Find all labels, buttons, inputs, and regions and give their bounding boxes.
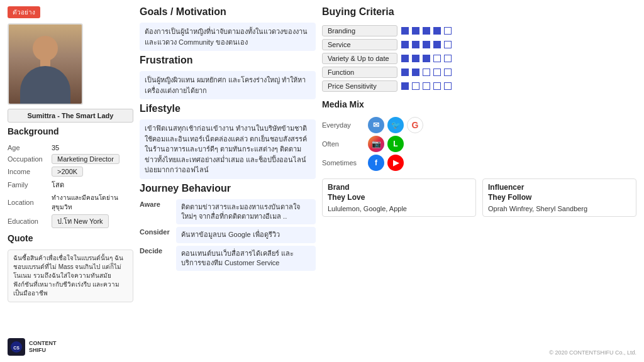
- journey-text: ค้นหาข้อมูลบน Google เพื่อดูรีวิว: [176, 227, 316, 243]
- dot-filled: [423, 27, 430, 35]
- occupation-label: Occupation: [8, 153, 52, 165]
- dots-row: [401, 55, 452, 62]
- twitter-icon: 🐦: [387, 117, 404, 133]
- brand-box: Brand They Love Lululemon, Google, Apple: [322, 178, 476, 217]
- dots-row: [401, 41, 452, 48]
- dot-filled: [401, 82, 409, 90]
- criteria-label: Function: [322, 67, 397, 78]
- journey-text: คอนเทนต์บนเว็บสื่อสารได้เคลียร์ และบริกา…: [176, 246, 316, 272]
- dot-filled: [412, 27, 419, 35]
- dot-empty: [433, 55, 441, 62]
- brand-title: Brand They Love: [328, 183, 470, 202]
- criteria-label: Service: [322, 39, 397, 50]
- example-tag: ตัวอย่าง: [8, 6, 40, 18]
- family-label: Family: [8, 178, 52, 192]
- dot-filled: [401, 55, 409, 62]
- dot-filled: [401, 27, 409, 35]
- dot-empty: [433, 82, 441, 90]
- occupation-value: Marketing Director: [52, 154, 119, 164]
- media-label: Everyday: [322, 121, 363, 129]
- brand-content: Lululemon, Google, Apple: [328, 205, 470, 212]
- logo-icon: CS: [8, 338, 25, 356]
- media-label: Sometimes: [322, 159, 363, 167]
- right-column: Buying Criteria Branding Service Variety…: [322, 6, 636, 356]
- dot-filled: [423, 41, 430, 48]
- journey-rows: Aware ติดตามข่าวสารและมองหาแรงบันดาลใจให…: [140, 199, 316, 272]
- media-icons: ✉🐦G: [368, 117, 423, 133]
- media-label: Often: [322, 140, 363, 148]
- facebook-icon: f: [368, 155, 384, 171]
- background-title: Background: [8, 126, 133, 136]
- journey-label: Decide: [140, 246, 171, 255]
- logo-text: CONTENT SHIFU: [29, 340, 57, 354]
- location-value: ทำงานและมีคอนโดย่านสุขุมวิท: [52, 192, 133, 213]
- media-icons: f▶: [368, 155, 404, 171]
- dot-empty: [444, 41, 452, 48]
- left-column: ตัวอย่าง Sumittra - The Smart Lady Backg…: [8, 6, 133, 356]
- dot-empty: [423, 69, 430, 76]
- dot-filled: [412, 69, 419, 76]
- journey-row: Aware ติดตามข่าวสารและมองหาแรงบันดาลใจให…: [140, 199, 316, 225]
- criteria-row: Branding: [322, 25, 636, 36]
- journey-label: Aware: [140, 199, 171, 208]
- journey-label: Consider: [140, 227, 171, 236]
- dot-filled: [433, 27, 441, 35]
- journey-row: Consider ค้นหาข้อมูลบน Google เพื่อดูรีว…: [140, 227, 316, 243]
- footer: © 2020 CONTENTSHIFU Co., Ltd.: [322, 349, 636, 356]
- journey-title: Journey Behaviour: [140, 183, 316, 194]
- journey-text: ติดตามข่าวสารและมองหาแรงบันดาลใจใหม่ๆ จา…: [176, 199, 316, 225]
- dots-row: [401, 69, 452, 76]
- influencer-box: Influencer They Follow Oprah Winfrey, Sh…: [482, 178, 636, 217]
- dot-empty: [423, 82, 430, 90]
- location-label: Location: [8, 192, 52, 213]
- income-value: >200K: [52, 167, 83, 177]
- criteria-label: Price Sensitivity: [322, 80, 397, 92]
- media-container: Everyday✉🐦GOften📷LSometimesf▶: [322, 117, 636, 173]
- criteria-row: Service: [322, 39, 636, 50]
- influencer-content: Oprah Winfrey, Sheryl Sandberg: [488, 205, 631, 212]
- media-icons: 📷L: [368, 136, 404, 152]
- age-value: 35: [52, 143, 133, 153]
- profile-photo: [8, 23, 83, 105]
- quote-title: Quote: [8, 233, 133, 243]
- dot-filled: [412, 41, 419, 48]
- age-label: Age: [8, 143, 52, 153]
- goals-text: ต้องการเป็นผู้นำหญิงที่น่าจับตามองทั้งใน…: [140, 23, 316, 51]
- education-value: ป.โท New York: [52, 214, 109, 228]
- criteria-row: Function: [322, 67, 636, 78]
- dot-filled: [401, 69, 409, 76]
- brand-influencer-section: Brand They Love Lululemon, Google, Apple…: [322, 178, 636, 217]
- dot-empty: [412, 82, 419, 90]
- lifestyle-text: เข้าฟิตเนสทุกเช้าก่อนเข้างาน ทำงานในบริษ…: [140, 119, 316, 179]
- criteria-container: Branding Service Variety & Up to date Fu…: [322, 25, 636, 94]
- dot-filled: [433, 41, 441, 48]
- dot-empty: [444, 27, 452, 35]
- instagram-icon: 📷: [368, 136, 384, 152]
- buying-criteria-title: Buying Criteria: [322, 6, 636, 18]
- criteria-label: Variety & Up to date: [322, 53, 397, 64]
- journey-row: Decide คอนเทนต์บนเว็บสื่อสารได้เคลียร์ แ…: [140, 246, 316, 272]
- logo-area: CS CONTENT SHIFU: [8, 338, 133, 356]
- dot-empty: [444, 82, 452, 90]
- media-row: Often📷L: [322, 136, 636, 152]
- criteria-label: Branding: [322, 25, 397, 36]
- media-row: Sometimesf▶: [322, 155, 636, 171]
- dot-filled: [423, 55, 430, 62]
- criteria-row: Price Sensitivity: [322, 80, 636, 92]
- google-icon: G: [407, 117, 423, 133]
- background-table: Age 35 Occupation Marketing Director Inc…: [8, 143, 133, 229]
- influencer-title: Influencer They Follow: [488, 183, 631, 202]
- dot-empty: [444, 55, 452, 62]
- income-label: Income: [8, 165, 52, 178]
- persona-name: Sumittra - The Smart Lady: [8, 109, 133, 123]
- quote-text: ฉันซื้อสินค้าเพื่อเชื่อใจในแบรนด์นั้นๆ ฉ…: [8, 250, 133, 302]
- dots-row: [401, 27, 452, 35]
- media-row: Everyday✉🐦G: [322, 117, 636, 133]
- education-label: Education: [8, 213, 52, 229]
- svg-text:CS: CS: [13, 346, 19, 350]
- frustration-title: Frustration: [140, 55, 316, 66]
- media-mix-title: Media Mix: [322, 99, 636, 109]
- goals-title: Goals / Motivation: [140, 6, 316, 18]
- youtube-icon: ▶: [387, 155, 404, 171]
- dot-filled: [412, 55, 419, 62]
